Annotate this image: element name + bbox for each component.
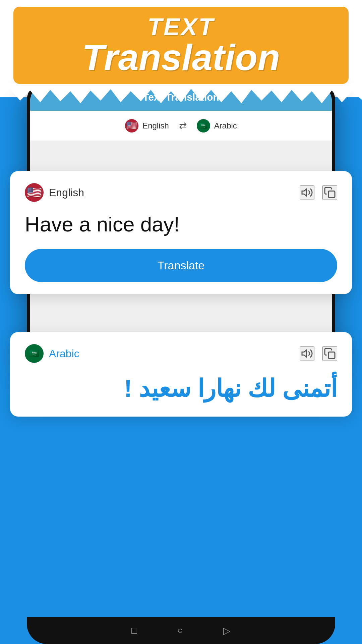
arabic-lang-left: 🇸🇦 Arabic (25, 344, 79, 363)
phone-source-lang-label: English (142, 121, 169, 130)
svg-rect-1 (328, 191, 335, 198)
arabic-card-icons (300, 346, 337, 361)
phone-saudi-flag-icon: 🇸🇦 (197, 119, 210, 132)
arabic-speaker-button[interactable] (300, 346, 314, 361)
english-speaker-button[interactable] (300, 185, 314, 200)
english-flag-icon: 🇺🇸 (25, 183, 44, 202)
english-copy-button[interactable] (322, 185, 337, 200)
english-card: 🇺🇸 English Have a nice day! Translate (10, 171, 352, 294)
english-input-text[interactable]: Have a nice day! (25, 212, 337, 237)
arabic-translated-text: أتمنى لك نهارا سعيد ! (25, 373, 337, 405)
arabic-card-header: 🇸🇦 Arabic (25, 344, 337, 363)
svg-marker-0 (302, 189, 307, 196)
phone-target-lang: 🇸🇦 Arabic (197, 119, 237, 132)
phone-us-flag-icon: 🇺🇸 (125, 119, 138, 132)
banner: TEXT Translation (13, 7, 349, 84)
svg-marker-2 (302, 350, 307, 357)
arabic-flag-icon: 🇸🇦 (25, 344, 44, 363)
english-lang-left: 🇺🇸 English (25, 183, 84, 202)
nav-square-icon: □ (131, 625, 137, 636)
svg-rect-3 (328, 352, 335, 359)
banner-line1: TEXT (147, 15, 215, 39)
english-lang-label: English (49, 186, 84, 199)
phone-nav: □ ○ ▷ (27, 617, 335, 644)
arabic-copy-button[interactable] (322, 346, 337, 361)
phone-swap-icon: ⇄ (179, 120, 187, 131)
english-card-header: 🇺🇸 English (25, 183, 337, 202)
phone-lang-bar: 🇺🇸 English ⇄ 🇸🇦 Arabic (30, 111, 332, 141)
phone-target-lang-label: Arabic (214, 121, 237, 130)
arabic-card: 🇸🇦 Arabic أتمنى لك نهارا سعيد ! (10, 332, 352, 417)
translate-button[interactable]: Translate (25, 249, 337, 282)
nav-circle-icon: ○ (177, 625, 183, 636)
english-card-icons (300, 185, 337, 200)
phone-source-lang: 🇺🇸 English (125, 119, 169, 132)
nav-play-icon: ▷ (223, 625, 231, 636)
arabic-lang-label: Arabic (49, 347, 79, 360)
banner-line2: Translation (82, 39, 280, 76)
